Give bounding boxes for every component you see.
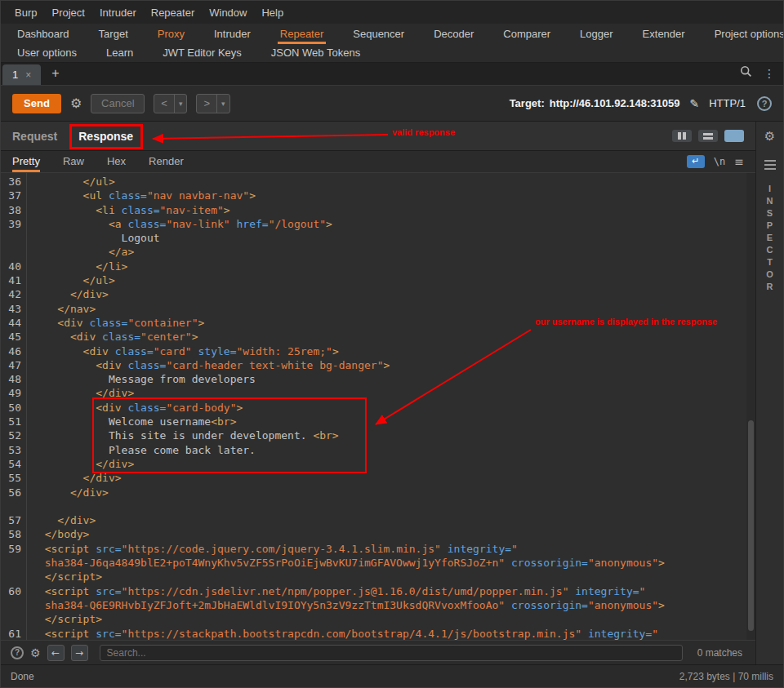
tab-target[interactable]: Target [99, 28, 128, 40]
code-line: </script> [32, 613, 755, 627]
tab-comparer[interactable]: Comparer [503, 28, 550, 40]
line-number: 46 [1, 345, 26, 359]
back-dropdown-icon[interactable]: ▾ [175, 100, 187, 108]
search-icon[interactable] [740, 65, 752, 81]
inspector-title[interactable]: INSPECTOR [765, 184, 775, 294]
code-line: </script> [32, 570, 755, 584]
line-number: 38 [1, 204, 26, 218]
response-stats: 2,723 bytes | 70 millis [679, 671, 773, 682]
send-settings-gear-icon[interactable]: ⚙ [70, 95, 82, 111]
back-arrow-icon: < [154, 97, 174, 109]
tab-repeater[interactable]: Repeater [280, 28, 323, 40]
tab-json-web-tokens[interactable]: JSON Web Tokens [271, 47, 360, 59]
code-line: </ul> [32, 175, 755, 189]
search-help-icon[interactable]: ? [11, 646, 24, 659]
code-line: </div> [32, 288, 755, 302]
line-number: 42 [1, 288, 26, 302]
inspector-menu-icon[interactable] [764, 158, 776, 172]
tab-project-options[interactable]: Project options [715, 28, 784, 40]
match-count: 0 matches [697, 647, 742, 659]
send-button[interactable]: Send [12, 94, 61, 113]
line-number: 47 [1, 359, 26, 373]
line-number: 58 [1, 528, 26, 542]
layout-single-button[interactable] [724, 130, 744, 142]
http-version-selector[interactable]: HTTP/1 [709, 97, 746, 109]
line-number: 41 [1, 274, 26, 288]
code-line: sha384-Q6E9RHvbIyZFJoft+2mJbHaEWldlvI9IO… [32, 599, 755, 613]
tab-pretty[interactable]: Pretty [12, 151, 40, 172]
tab-logger[interactable]: Logger [580, 28, 612, 40]
code-line: <div class="card-header text-white bg-da… [32, 359, 755, 373]
layout-columns-button[interactable] [672, 130, 692, 142]
line-number [1, 557, 26, 570]
tab-dashboard[interactable]: Dashboard [17, 28, 69, 40]
line-number: 39 [1, 218, 26, 232]
code-line: </div> [32, 486, 755, 500]
line-number: 57 [1, 514, 26, 528]
line-number: 53 [1, 444, 26, 458]
line-number: 61 [1, 628, 26, 641]
tab-sequencer[interactable]: Sequencer [353, 28, 404, 40]
tab-intruder[interactable]: Intruder [214, 28, 251, 40]
code-line: </a> [32, 246, 755, 260]
tab-raw[interactable]: Raw [63, 151, 84, 172]
line-number: 40 [1, 260, 26, 274]
menu-burp[interactable]: Burp [7, 3, 44, 22]
layout-rows-button[interactable] [698, 130, 718, 142]
search-settings-gear-icon[interactable]: ⚙ [30, 646, 41, 659]
next-match-button[interactable]: → [71, 645, 88, 661]
word-wrap-toggle-icon[interactable]: ↵ [687, 155, 705, 168]
add-tab-button[interactable]: + [51, 66, 59, 81]
code-line: </body> [32, 528, 755, 542]
message-editor-panel: Request Response Pretty Raw Hex Render ↵… [1, 122, 755, 664]
tab-request[interactable]: Request [12, 130, 57, 143]
help-icon[interactable]: ? [757, 96, 772, 111]
code-line: </nav> [32, 303, 755, 317]
back-button[interactable]: < ▾ [154, 94, 187, 113]
repeater-tab-1[interactable]: 1 × [2, 64, 41, 85]
editor-scrollbar[interactable] [746, 173, 755, 640]
line-number: 44 [1, 317, 26, 331]
editor-menu-icon[interactable]: ≡ [734, 155, 744, 168]
line-number: 48 [1, 373, 26, 387]
menu-project[interactable]: Project [44, 3, 91, 22]
line-number: 59 [1, 543, 26, 557]
tab-hex[interactable]: Hex [107, 151, 126, 172]
inspector-settings-gear-icon[interactable]: ⚙ [764, 129, 775, 144]
line-number [1, 599, 26, 613]
scrollbar-thumb[interactable] [748, 420, 754, 630]
close-tab-icon[interactable]: × [25, 69, 31, 81]
tab-render[interactable]: Render [149, 151, 184, 172]
code-line: Please come back later. [32, 444, 755, 458]
line-number: 50 [1, 402, 26, 415]
response-editor[interactable]: 3637383940414243444546474849505152535455… [1, 173, 755, 640]
tab-extender[interactable]: Extender [643, 28, 685, 40]
more-options-icon[interactable]: ⋮ [764, 67, 775, 80]
tab-decoder[interactable]: Decoder [434, 28, 474, 40]
show-newlines-toggle[interactable]: \n [714, 156, 725, 167]
code-lines: </ul> <ul class="nav navbar-nav"> <li cl… [27, 173, 755, 640]
menu-window[interactable]: Window [202, 3, 254, 22]
tab-user-options[interactable]: User options [17, 47, 77, 59]
tab-jwt-editor-keys[interactable]: JWT Editor Keys [163, 47, 242, 59]
line-number: 37 [1, 189, 26, 203]
forward-dropdown-icon[interactable]: ▾ [217, 100, 229, 108]
cancel-button[interactable]: Cancel [91, 94, 145, 113]
menu-intruder[interactable]: Intruder [92, 3, 144, 22]
code-line [32, 500, 755, 514]
tab-proxy[interactable]: Proxy [158, 28, 185, 40]
previous-match-button[interactable]: ← [47, 645, 65, 661]
tab-response[interactable]: Response [78, 130, 133, 143]
edit-target-icon[interactable]: ✎ [689, 97, 699, 110]
tab-learn[interactable]: Learn [106, 47, 133, 59]
line-number [1, 232, 26, 246]
burp-suite-window: Burp Project Intruder Repeater Window He… [0, 0, 784, 688]
menu-help[interactable]: Help [254, 3, 291, 22]
repeater-tab-strip: 1 × + ⋮ [1, 63, 783, 86]
menu-repeater[interactable]: Repeater [144, 3, 202, 22]
code-line: <ul class="nav navbar-nav"> [32, 189, 755, 203]
search-input[interactable] [100, 645, 683, 661]
forward-button[interactable]: > ▾ [196, 94, 229, 113]
line-number: 49 [1, 387, 26, 401]
view-tabs: Pretty Raw Hex Render ↵ \n ≡ [1, 151, 755, 173]
